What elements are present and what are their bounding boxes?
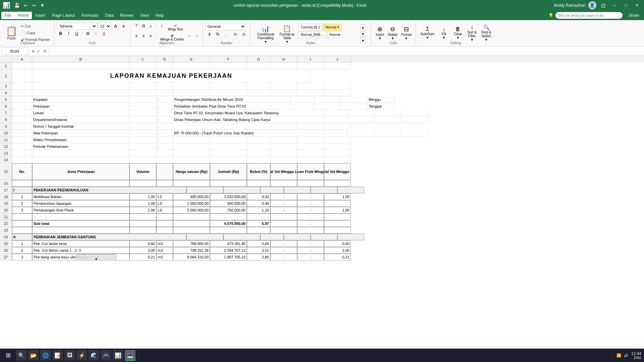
menu-item-data[interactable]: Data bbox=[102, 12, 117, 19]
taskbar-game-btn[interactable]: 🎮 bbox=[101, 350, 111, 361]
cell-b23[interactable] bbox=[32, 227, 129, 234]
cell-i16[interactable] bbox=[297, 180, 324, 187]
bold-button[interactable]: B bbox=[57, 30, 64, 37]
cell-d23[interactable] bbox=[156, 227, 173, 234]
cell-b2-title[interactable]: LAPORAN KEMAJUAN PEKERJAAN bbox=[32, 69, 311, 83]
cell-b8[interactable]: Departemen/Instansi bbox=[32, 116, 129, 123]
cell-j4[interactable] bbox=[324, 89, 351, 96]
cell-d7[interactable]: : bbox=[156, 110, 173, 116]
cell-h27[interactable]: - bbox=[270, 254, 297, 260]
conditional-formatting-button[interactable]: 📊 ConditionalFormatting ▼ bbox=[256, 24, 276, 44]
cell-d11[interactable]: : bbox=[156, 136, 173, 143]
cell-f15-header[interactable]: Jumlah (Rp) bbox=[210, 163, 247, 180]
cell-c3[interactable] bbox=[129, 83, 156, 89]
taskbar-search-btn[interactable]: 🔍 bbox=[16, 350, 27, 361]
cell-i20[interactable]: - bbox=[297, 207, 324, 214]
cell-j12[interactable] bbox=[324, 143, 351, 150]
cell-g22[interactable]: 5,97 bbox=[247, 220, 270, 227]
cell-b25[interactable]: Pek. Cor lantai kerja bbox=[32, 240, 129, 247]
cell-h22[interactable] bbox=[270, 220, 297, 227]
col-header-d[interactable]: D bbox=[156, 56, 173, 63]
cell-g18[interactable]: 4,43 bbox=[247, 193, 270, 200]
cell-b14[interactable] bbox=[32, 157, 129, 163]
cell-h3[interactable] bbox=[270, 83, 297, 89]
row-num-26[interactable]: 26 bbox=[0, 247, 12, 254]
indent-dec-btn[interactable]: ← bbox=[186, 33, 193, 39]
name-box[interactable] bbox=[1, 48, 28, 55]
enter-formula-btn[interactable]: ✓ bbox=[37, 49, 41, 54]
cell-a24[interactable]: II bbox=[12, 234, 32, 240]
cell-b5[interactable]: Kegiatan bbox=[32, 96, 129, 103]
row-num-21[interactable]: 21 bbox=[0, 214, 12, 220]
menu-item-pagelayout[interactable]: Page Layout bbox=[49, 12, 78, 19]
underline-button[interactable]: U bbox=[73, 30, 80, 37]
row-num-19[interactable]: 19 bbox=[0, 200, 12, 207]
fill-color-button[interactable]: A bbox=[92, 30, 100, 37]
format-as-table-button[interactable]: 📋 Format asTable ▼ bbox=[277, 24, 297, 44]
cell-d27[interactable]: m3 bbox=[156, 254, 173, 260]
row-num-27[interactable]: 27 bbox=[0, 254, 12, 260]
cell-b7[interactable]: Lokasi bbox=[32, 110, 129, 116]
cell-f13[interactable] bbox=[210, 150, 247, 157]
taskbar-photos-btn[interactable]: 🖼 bbox=[64, 350, 75, 361]
cell-b17[interactable]: PEKERJAAN PEENDAHULUAN bbox=[32, 187, 186, 193]
row-num-18[interactable]: 18 bbox=[0, 193, 12, 200]
border-button[interactable]: ⊞ bbox=[84, 30, 92, 37]
align-middle-btn[interactable]: ⊟ bbox=[140, 23, 147, 29]
cell-h9[interactable] bbox=[270, 123, 297, 130]
cell-h26[interactable]: - bbox=[270, 247, 297, 254]
cell-e12[interactable] bbox=[173, 143, 210, 150]
cell-d15-header[interactable] bbox=[156, 163, 173, 180]
menu-item-insert[interactable]: Insert bbox=[32, 12, 49, 19]
align-top-btn[interactable]: ⊤ bbox=[133, 23, 140, 29]
cell-c9[interactable] bbox=[129, 123, 156, 130]
style-normal-btn[interactable]: Normal bbox=[327, 31, 342, 38]
row-num-6[interactable]: 6 bbox=[0, 103, 12, 110]
menu-item-file[interactable]: File bbox=[1, 12, 14, 19]
font-name-select[interactable]: Tahoma bbox=[57, 23, 97, 29]
cell-i23[interactable] bbox=[297, 227, 324, 234]
cell-b3[interactable] bbox=[32, 83, 129, 89]
row-num-20[interactable]: 20 bbox=[0, 207, 12, 214]
cell-a3[interactable] bbox=[12, 83, 32, 89]
cell-c20[interactable]: 1,00 bbox=[129, 207, 156, 214]
cell-a4[interactable] bbox=[12, 89, 32, 96]
cell-g4[interactable] bbox=[247, 89, 270, 96]
cell-e10[interactable]: RP 75.000.000,- (Tujuh Puluh Lima Juta R… bbox=[173, 130, 324, 136]
cell-h15-header[interactable]: Total Vol Minggu Lalu bbox=[270, 163, 297, 180]
cell-a13[interactable] bbox=[12, 150, 32, 157]
wrap-text-button[interactable]: ↵ Wrap Text bbox=[165, 23, 185, 32]
cell-j9[interactable] bbox=[324, 123, 351, 130]
cell-c15-header[interactable]: Volume bbox=[129, 163, 156, 180]
taskbar-bolt-btn[interactable]: ⚡ bbox=[76, 350, 87, 361]
cell-h4[interactable] bbox=[270, 89, 297, 96]
menu-item-help[interactable]: Help bbox=[152, 12, 167, 19]
cell-g16[interactable] bbox=[247, 180, 270, 187]
cell-g11[interactable] bbox=[247, 136, 270, 143]
font-size-select[interactable]: 12 bbox=[98, 23, 111, 29]
cell-h20[interactable]: - bbox=[270, 207, 297, 214]
comma-btn[interactable]: , bbox=[222, 31, 229, 38]
col-header-h[interactable]: H bbox=[270, 56, 297, 63]
cell-e14[interactable] bbox=[173, 157, 210, 163]
cell-d4[interactable] bbox=[156, 89, 173, 96]
cell-g19[interactable]: 0,44 bbox=[247, 200, 270, 207]
cell-j21[interactable] bbox=[324, 214, 351, 220]
cell-j3[interactable] bbox=[324, 83, 351, 89]
cell-i9[interactable] bbox=[297, 123, 324, 130]
cell-i25[interactable]: - bbox=[297, 240, 324, 247]
cell-h10[interactable] bbox=[347, 130, 374, 136]
cell-a15-header[interactable]: No. bbox=[12, 163, 32, 180]
taskbar-chart-btn[interactable]: 📊 bbox=[113, 350, 123, 361]
decrease-font-btn[interactable]: A bbox=[120, 23, 127, 29]
cell-j7[interactable] bbox=[401, 110, 428, 116]
cell-f11[interactable] bbox=[210, 136, 247, 143]
cell-j14[interactable] bbox=[324, 157, 351, 163]
cell-i24[interactable] bbox=[311, 234, 337, 240]
cell-h11[interactable] bbox=[270, 136, 297, 143]
cell-h24[interactable] bbox=[284, 234, 311, 240]
cell-f26[interactable]: 2.394.757,13 bbox=[210, 247, 247, 254]
cell-j15-header[interactable]: Total Vol Minggu ini bbox=[324, 163, 351, 180]
cell-c14[interactable] bbox=[129, 157, 156, 163]
row-num-4[interactable]: 4 bbox=[0, 89, 12, 96]
